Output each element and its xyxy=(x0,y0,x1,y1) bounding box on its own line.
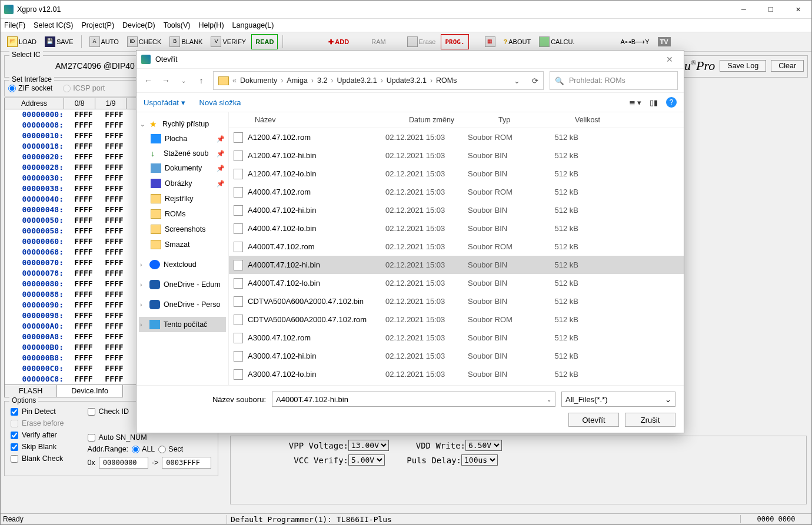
nav-recent-button[interactable]: ⌄ xyxy=(178,78,189,84)
file-row[interactable]: A4000.47.102-lo.bin02.12.2021 15:03Soubo… xyxy=(229,219,684,238)
skip-blank-checkbox[interactable]: Skip Blank xyxy=(11,443,64,451)
clear-log-button[interactable]: Clear xyxy=(771,60,804,72)
blank-button[interactable]: BBLANK xyxy=(167,34,205,50)
pin-detect-checkbox[interactable]: Pin Detect xyxy=(11,407,64,416)
open-button[interactable]: Otevřít xyxy=(568,413,619,427)
range-all-radio[interactable]: ALL xyxy=(132,445,155,453)
vcc-select[interactable]: 5.00V xyxy=(348,454,385,466)
col-name[interactable]: Název xyxy=(251,116,405,124)
chevron-down-icon[interactable]: ⌄ xyxy=(665,395,671,404)
menu-device[interactable]: Device(D) xyxy=(122,21,155,29)
tree-screenshots[interactable]: Screenshots xyxy=(139,222,226,237)
ram-button[interactable]: RAM xyxy=(368,34,388,50)
add-button[interactable]: ✚ ADD xyxy=(325,34,352,50)
tree-onedrive-2[interactable]: ›OneDrive - Perso xyxy=(139,297,226,312)
address-bar[interactable]: « Dokumenty› Amiga› 3.2› Update3.2.1› Up… xyxy=(213,71,544,90)
menu-file[interactable]: File(F) xyxy=(4,21,25,29)
zif-socket-radio[interactable]: ZIF socket xyxy=(8,84,52,92)
about-button[interactable]: ? ABOUT xyxy=(501,34,534,50)
file-row[interactable]: A4000T.47.102-hi.bin02.12.2021 15:03Soub… xyxy=(229,256,684,274)
tree-this-pc[interactable]: ›Tento počítač xyxy=(139,317,226,332)
cancel-button[interactable]: Zrušit xyxy=(625,413,675,427)
blank-check-checkbox[interactable]: Blank Check xyxy=(11,454,64,463)
tree-onedrive-1[interactable]: ›OneDrive - Edum xyxy=(139,277,226,292)
load-button[interactable]: 📂LOAD xyxy=(4,34,39,50)
tree-smazat[interactable]: Smazat xyxy=(139,237,226,252)
file-row[interactable]: A4000T.47.102.rom02.12.2021 15:03Soubor … xyxy=(229,238,684,256)
range-sect-radio[interactable]: Sect xyxy=(158,445,183,453)
view-list-icon[interactable]: ≣ ▾ xyxy=(629,98,641,107)
breadcrumb[interactable]: Update3.2.1 xyxy=(337,76,377,85)
organize-menu[interactable]: Uspořádat ▾ xyxy=(144,98,185,107)
menu-help[interactable]: Help(H) xyxy=(198,21,224,29)
file-row[interactable]: A4000.47.102.rom02.12.2021 15:03Soubor R… xyxy=(229,183,684,201)
maximize-button[interactable]: ☐ xyxy=(757,1,784,18)
file-row[interactable]: A3000.47.102.rom02.12.2021 15:03Soubor B… xyxy=(229,329,684,347)
file-filter-select[interactable]: All_Files(*.*)⌄ xyxy=(561,392,675,407)
breadcrumb[interactable]: 3.2 xyxy=(317,76,327,85)
verify-after-checkbox[interactable]: Verify after xyxy=(11,431,64,439)
save-button[interactable]: 💾SAVE xyxy=(42,34,76,50)
minimize-button[interactable]: ─ xyxy=(730,1,757,18)
wire-button[interactable]: A⊶B⟶Y xyxy=(618,34,653,50)
file-row[interactable]: CDTVA500A600A2000.47.102.rom02.12.2021 1… xyxy=(229,310,684,329)
save-log-button[interactable]: Save Log xyxy=(720,60,766,72)
file-row[interactable]: A1200.47.102-lo.bin02.12.2021 15:03Soubo… xyxy=(229,165,684,183)
nav-forward-button[interactable]: → xyxy=(160,76,172,85)
tree-desktop[interactable]: Plocha📌 xyxy=(139,131,226,146)
chevron-down-icon[interactable]: ⌄ xyxy=(547,396,551,403)
tv-button[interactable]: TV xyxy=(655,34,674,50)
menu-project[interactable]: Project(P) xyxy=(82,21,115,29)
breadcrumb[interactable]: ROMs xyxy=(436,76,457,85)
auto-sn-checkbox[interactable]: Auto SN_NUM xyxy=(88,433,212,442)
breadcrumb[interactable]: Update3.2.1 xyxy=(387,76,427,85)
read-button[interactable]: READ xyxy=(251,34,278,49)
icsp-port-radio[interactable]: ICSP port xyxy=(63,84,105,92)
search-input[interactable]: 🔍 Prohledat: ROMs xyxy=(550,71,678,90)
filename-input[interactable]: A4000T.47.102-hi.bin⌄ xyxy=(272,392,555,407)
breadcrumb[interactable]: Amiga xyxy=(287,76,307,85)
chip-button[interactable]: ▦ xyxy=(482,34,498,50)
file-row[interactable]: A1200.47.102-hi.bin02.12.2021 15:03Soubo… xyxy=(229,146,684,165)
tree-rejstriky[interactable]: Rejstříky xyxy=(139,191,226,206)
file-row[interactable]: CDTVA500A600A2000.47.102.bin02.12.2021 1… xyxy=(229,292,684,310)
addr-to-input[interactable]: 0003FFFF xyxy=(162,457,211,469)
chevron-down-icon[interactable]: ⌄ xyxy=(514,76,520,85)
menu-language[interactable]: Language(L) xyxy=(232,21,274,29)
verify-button[interactable]: VVERIFY xyxy=(208,34,249,50)
preview-pane-icon[interactable]: ▯▮ xyxy=(650,98,658,107)
file-row[interactable]: A4000.47.102-hi.bin02.12.2021 15:03Soubo… xyxy=(229,201,684,219)
tab-flash[interactable]: FLASH xyxy=(4,385,57,397)
menu-tools[interactable]: Tools(V) xyxy=(164,21,191,29)
nav-up-button[interactable]: ↑ xyxy=(195,76,207,85)
file-row[interactable]: A4000T.47.102-lo.bin02.12.2021 15:03Soub… xyxy=(229,274,684,292)
tree-downloads[interactable]: ↓Stažené soub📌 xyxy=(139,146,226,160)
erase-button[interactable]: Erase xyxy=(404,34,439,50)
new-folder-button[interactable]: Nová složka xyxy=(199,98,241,107)
calculator-button[interactable]: CALCU. xyxy=(536,34,577,50)
auto-button[interactable]: AAUTO xyxy=(86,34,122,50)
pulse-select[interactable]: 100us xyxy=(461,454,498,466)
tab-device-info[interactable]: Device.Info xyxy=(56,385,123,397)
tree-nextcloud[interactable]: ›Nextcloud xyxy=(139,257,226,272)
help-icon[interactable]: ? xyxy=(666,97,677,108)
col-type[interactable]: Typ xyxy=(495,116,571,124)
vpp-select[interactable]: 13.00V xyxy=(348,440,389,451)
tree-roms[interactable]: ROMs xyxy=(139,206,226,222)
check-button[interactable]: IDCHECK xyxy=(124,34,165,50)
col-size[interactable]: Velikost xyxy=(571,116,620,124)
menu-select-ic[interactable]: Select IC(S) xyxy=(34,21,73,29)
breadcrumb[interactable]: Dokumenty xyxy=(240,76,277,85)
tree-documents[interactable]: Dokumenty📌 xyxy=(139,160,226,176)
program-button[interactable]: PROG. xyxy=(441,34,468,49)
file-row[interactable]: A1200.47.102.rom02.12.2021 15:03Soubor R… xyxy=(229,128,684,146)
refresh-icon[interactable]: ⟳ xyxy=(532,76,538,85)
dialog-close-button[interactable]: ✕ xyxy=(660,55,679,64)
file-row[interactable]: A3000.47.102-lo.bin02.12.2021 15:03Soubo… xyxy=(229,365,684,383)
vdd-select[interactable]: 6.50V xyxy=(465,440,502,451)
tree-quick-access[interactable]: ⌄★Rychlý přístup xyxy=(139,117,226,131)
col-date[interactable]: Datum změny xyxy=(405,116,495,124)
file-row[interactable]: A3000.47.102-hi.bin02.12.2021 15:03Soubo… xyxy=(229,347,684,365)
nav-back-button[interactable]: ← xyxy=(142,76,154,85)
close-button[interactable]: ✕ xyxy=(784,1,811,18)
